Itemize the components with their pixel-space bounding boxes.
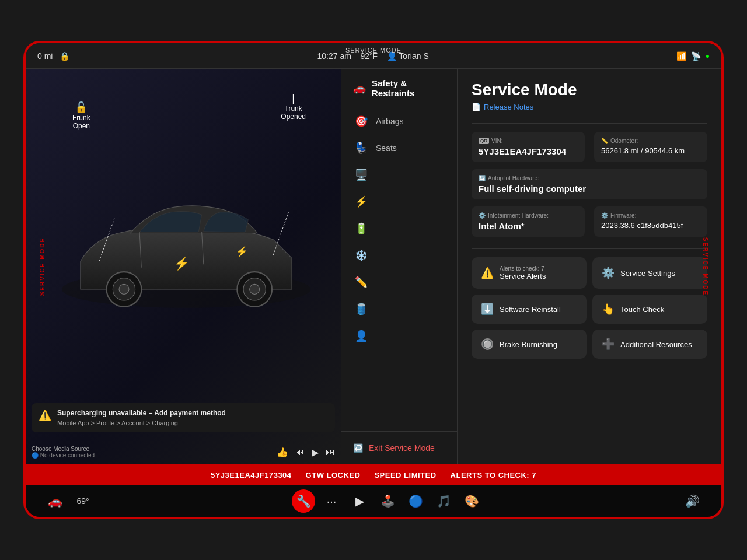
taskbar-left: 🚗 69° xyxy=(43,489,95,513)
software-reinstall-button[interactable]: ⬇️ Software Reinstall xyxy=(472,295,587,324)
infotainment-value: Intel Atom* xyxy=(479,221,578,231)
release-notes-label: Release Notes xyxy=(484,103,533,111)
svg-point-5 xyxy=(119,284,129,294)
brake-icon: 🔘 xyxy=(481,338,494,351)
seats-label: Seats xyxy=(376,144,397,153)
nav-item-edit[interactable]: ✏️ xyxy=(341,269,457,296)
qr-icon: QR xyxy=(479,138,489,144)
release-notes-icon: 📄 xyxy=(472,103,481,111)
taskbar-apps[interactable]: 🎨 xyxy=(460,489,483,513)
taskbar: 🚗 69° 🔧 ··· ▶ 🕹️ 🔵 🎵 🎨 🔊 xyxy=(26,485,721,517)
plus-icon: ➕ xyxy=(602,338,615,351)
top-bar-right: 📶 📡 ● xyxy=(676,51,710,61)
touch-check-label: Touch Check xyxy=(620,305,664,314)
status-gtw: GTW LOCKED xyxy=(306,471,361,480)
media-source-label: Choose Media Source xyxy=(32,446,272,452)
taskbar-bluetooth[interactable]: 🔵 xyxy=(404,489,427,513)
person-icon: 👤 xyxy=(355,330,368,342)
left-panel: 🔓 FrunkOpen | TrunkOpened xyxy=(26,69,341,464)
alert-icon: ⚠️ xyxy=(481,267,494,279)
lock-icon: 🔒 xyxy=(60,51,69,61)
exit-icon: ↩️ xyxy=(353,443,363,453)
nav-item-fuel[interactable]: 🛢️ xyxy=(341,296,457,323)
odometer-display: 0 mi xyxy=(37,51,53,61)
taskbar-joystick[interactable]: 🕹️ xyxy=(376,489,399,513)
nav-items-list: 🎯 Airbags 💺 Seats 🖥️ ⚡ 🔋 xyxy=(341,103,457,431)
taskbar-music[interactable]: 🎵 xyxy=(432,489,455,513)
seats-icon: 💺 xyxy=(355,142,368,155)
car-visualization: ⚡ ⚡ xyxy=(43,98,329,406)
service-settings-label: Service Settings xyxy=(620,269,675,278)
nav-item-ac[interactable]: ❄️ xyxy=(341,242,457,269)
brake-burnishing-label: Brake Burnishing xyxy=(500,340,557,349)
settings-icon: ⚙️ xyxy=(602,267,615,279)
odo-icon: 📏 xyxy=(601,138,608,144)
autopilot-value: Full self-driving computer xyxy=(479,184,700,194)
nav-panel: 🚗 Safety & Restraints 🎯 Airbags 💺 Seats … xyxy=(341,69,458,464)
additional-resources-button[interactable]: ➕ Additional Resources xyxy=(592,330,707,359)
svg-text:⚡: ⚡ xyxy=(236,246,249,258)
media-controls[interactable]: 👍 ⏮ ▶ ⏭ xyxy=(277,447,335,458)
nav-item-person[interactable]: 👤 xyxy=(341,323,457,349)
service-alerts-label: Service Alerts xyxy=(500,272,546,281)
battery-icon: 🔋 xyxy=(355,222,368,235)
service-mode-title: Service Mode xyxy=(472,80,707,99)
separator xyxy=(472,123,707,124)
firmware-value: 2023.38.6 c1f85ddb415f xyxy=(601,221,700,230)
taskbar-car-icon[interactable]: 🚗 xyxy=(43,489,67,513)
taskbar-temp[interactable]: 69° xyxy=(71,489,95,513)
firmware-icon: ⚙️ xyxy=(601,212,608,219)
warning-bar: ⚠️ Supercharging unavailable – Add payme… xyxy=(32,403,335,433)
autopilot-icon: 🔄 xyxy=(479,175,486,181)
service-settings-content: Service Settings xyxy=(620,269,675,278)
taskbar-play[interactable]: ▶ xyxy=(348,489,371,513)
touch-icon: 👆 xyxy=(602,303,615,316)
warning-title: Supercharging unavailable – Add payment … xyxy=(57,408,226,418)
service-alerts-content: Alerts to check: 7 Service Alerts xyxy=(500,265,546,281)
vin-value: 5YJ3E1EA4JF173304 xyxy=(479,146,578,156)
right-panel: Service Mode 📄 Release Notes QR VIN: 5YJ… xyxy=(458,69,721,464)
nav-item-chip[interactable]: 🖥️ xyxy=(341,162,457,188)
taskbar-center: 🔧 ··· ▶ 🕹️ 🔵 🎵 🎨 xyxy=(292,489,483,513)
service-alerts-button[interactable]: ⚠️ Alerts to check: 7 Service Alerts xyxy=(472,257,587,289)
lightning-icon: ⚡ xyxy=(355,195,368,208)
next-track-icon[interactable]: ⏭ xyxy=(326,447,335,458)
exit-service-mode-button[interactable]: ↩️ Exit Service Mode xyxy=(353,439,445,457)
thumbs-up-icon[interactable]: 👍 xyxy=(277,447,288,458)
media-bar: Choose Media Source 🔵 No device connecte… xyxy=(32,446,335,459)
warning-text: Supercharging unavailable – Add payment … xyxy=(57,408,226,428)
wifi-icon: 📶 xyxy=(676,51,686,61)
user-name: Torian S xyxy=(399,51,428,61)
service-settings-button[interactable]: ⚙️ Service Settings xyxy=(592,257,707,289)
release-notes-link[interactable]: 📄 Release Notes xyxy=(472,103,707,111)
software-reinstall-content: Software Reinstall xyxy=(500,305,561,314)
nav-item-lightning[interactable]: ⚡ xyxy=(341,188,457,215)
status-vin: 5YJ3E1EA4JF173304 xyxy=(211,471,292,480)
odometer-label: 📏 Odometer: xyxy=(601,138,700,144)
touch-check-button[interactable]: 👆 Touch Check xyxy=(592,295,707,324)
status-alerts: ALERTS TO CHECK: 7 xyxy=(451,471,536,480)
chip-icon: 🖥️ xyxy=(355,169,368,181)
nav-header-icon: 🚗 xyxy=(353,82,366,94)
taskbar-right: 🔊 xyxy=(680,489,704,513)
top-bar-left: 0 mi 🔒 xyxy=(37,51,69,61)
touch-check-content: Touch Check xyxy=(620,305,664,314)
main-content: SERVICE MODE 🔓 FrunkOpen | TrunkOpened xyxy=(26,69,721,464)
brake-burnishing-content: Brake Burnishing xyxy=(500,340,557,349)
nav-header-title: Safety & Restraints xyxy=(372,78,445,98)
play-icon[interactable]: ▶ xyxy=(312,447,319,458)
side-label-left: SERVICE MODE xyxy=(39,237,46,296)
nav-item-battery[interactable]: 🔋 xyxy=(341,215,457,242)
autopilot-item: 🔄 Autopilot Hardware: Full self-driving … xyxy=(472,169,707,200)
prev-track-icon[interactable]: ⏮ xyxy=(295,447,305,458)
taskbar-volume[interactable]: 🔊 xyxy=(680,489,704,513)
taskbar-wrench[interactable]: 🔧 xyxy=(292,489,315,513)
additional-resources-label: Additional Resources xyxy=(620,340,692,349)
nav-item-airbags[interactable]: 🎯 Airbags xyxy=(341,108,457,135)
nav-item-seats[interactable]: 💺 Seats xyxy=(341,135,457,162)
exit-label: Exit Service Mode xyxy=(369,443,435,453)
taskbar-dots[interactable]: ··· xyxy=(320,489,343,513)
firmware-label: ⚙️ Firmware: xyxy=(601,212,700,219)
brake-burnishing-button[interactable]: 🔘 Brake Burnishing xyxy=(472,330,587,359)
vin-item: QR VIN: 5YJ3E1EA4JF173304 xyxy=(472,132,585,162)
